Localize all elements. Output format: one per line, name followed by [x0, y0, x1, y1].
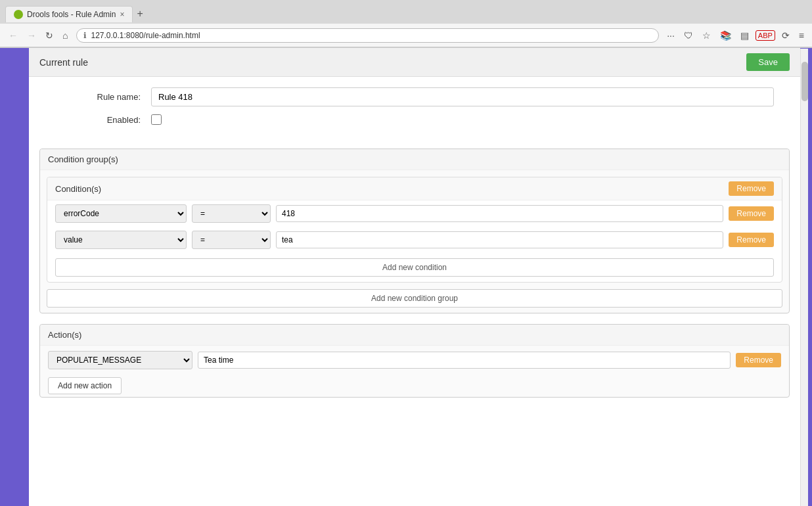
condition-row-1: errorCode value statusCode message = != … [47, 227, 782, 253]
condition-op-select-0[interactable]: = != > < [192, 204, 271, 223]
save-button[interactable]: Save [746, 53, 790, 71]
conditions-title: Condition(s) [55, 184, 101, 194]
main-content: Current rule Save Rule name: Enabled: Co… [29, 48, 800, 506]
tab-close-button[interactable]: × [120, 11, 124, 18]
enabled-checkbox[interactable] [151, 114, 162, 125]
remove-group-button[interactable]: Remove [729, 181, 774, 196]
back-button[interactable]: ← [5, 29, 21, 42]
enabled-label: Enabled: [55, 115, 141, 125]
remove-condition-button-0[interactable]: Remove [729, 206, 774, 221]
remove-action-button-0[interactable]: Remove [736, 353, 781, 367]
action-row-0: POPULATE_MESSAGE SET_STATUS LOG REDIRECT… [40, 346, 789, 375]
refresh-button[interactable]: ↻ [42, 29, 56, 42]
add-action-button[interactable]: Add new action [48, 377, 122, 394]
menu-button[interactable]: ≡ [796, 29, 807, 42]
tab-bar: Drools fools - Rule Admin × + [0, 0, 812, 24]
rule-name-label: Rule name: [55, 92, 141, 102]
reader-button[interactable]: ▤ [738, 29, 752, 42]
adblock-button[interactable]: ABP [756, 30, 775, 41]
browser-chrome: Drools fools - Rule Admin × + ← → ↻ ⌂ ℹ … [0, 0, 812, 48]
security-icon: ℹ [83, 31, 87, 40]
condition-group: Condition(s) Remove errorCode value stat… [47, 177, 782, 283]
condition-row-0: errorCode value statusCode message = != … [47, 200, 782, 227]
enabled-row: Enabled: [55, 114, 774, 125]
condition-value-input-0[interactable] [276, 205, 723, 222]
actions-title: Action(s) [48, 330, 81, 340]
right-sidebar [800, 48, 812, 506]
overflow-button[interactable]: ··· [664, 29, 677, 42]
add-condition-button[interactable]: Add new condition [55, 258, 774, 277]
forward-button[interactable]: → [24, 29, 39, 42]
condition-field-select-0[interactable]: errorCode value statusCode message [55, 204, 187, 223]
add-condition-group-button[interactable]: Add new condition group [47, 289, 782, 308]
bookmarks-button[interactable]: 📚 [717, 29, 734, 42]
active-tab[interactable]: Drools fools - Rule Admin × [5, 6, 133, 22]
actions-section: Action(s) POPULATE_MESSAGE SET_STATUS LO… [39, 324, 790, 398]
form-section: Rule name: Enabled: [29, 77, 800, 143]
sync-button[interactable]: ⟳ [779, 29, 792, 42]
rule-name-input[interactable] [151, 87, 774, 106]
current-rule-header: Current rule Save [29, 48, 800, 77]
address-bar[interactable]: ℹ 127.0.0.1:8080/rule-admin.html [76, 28, 659, 43]
tab-title: Drools fools - Rule Admin [27, 10, 116, 19]
condition-field-select-1[interactable]: errorCode value statusCode message [55, 231, 187, 249]
condition-groups-header: Condition group(s) [40, 149, 789, 170]
condition-groups-section: Condition group(s) Condition(s) Remove e… [39, 149, 790, 313]
condition-groups-title: Condition group(s) [48, 154, 118, 164]
bookmark-star-button[interactable]: ☆ [700, 29, 713, 42]
address-text: 127.0.0.1:8080/rule-admin.html [91, 31, 652, 40]
new-tab-button[interactable]: + [137, 9, 143, 19]
action-type-select-0[interactable]: POPULATE_MESSAGE SET_STATUS LOG REDIRECT [48, 351, 192, 369]
current-rule-title: Current rule [39, 57, 88, 68]
nav-actions: ··· 🛡 ☆ 📚 ▤ ABP ⟳ ≡ [664, 29, 807, 42]
remove-condition-button-1[interactable]: Remove [729, 233, 774, 247]
home-button[interactable]: ⌂ [59, 29, 71, 42]
left-sidebar [0, 48, 29, 506]
shield-button[interactable]: 🛡 [681, 29, 696, 42]
nav-bar: ← → ↻ ⌂ ℹ 127.0.0.1:8080/rule-admin.html… [0, 24, 812, 47]
condition-group-header: Condition(s) Remove [47, 177, 782, 200]
rule-name-row: Rule name: [55, 87, 774, 106]
condition-value-input-1[interactable] [276, 231, 723, 248]
tab-favicon [14, 10, 23, 19]
actions-header: Action(s) [40, 325, 789, 346]
action-value-input-0[interactable] [198, 352, 731, 369]
page-body: Current rule Save Rule name: Enabled: Co… [0, 48, 812, 506]
condition-op-select-1[interactable]: = != > < [192, 231, 271, 249]
